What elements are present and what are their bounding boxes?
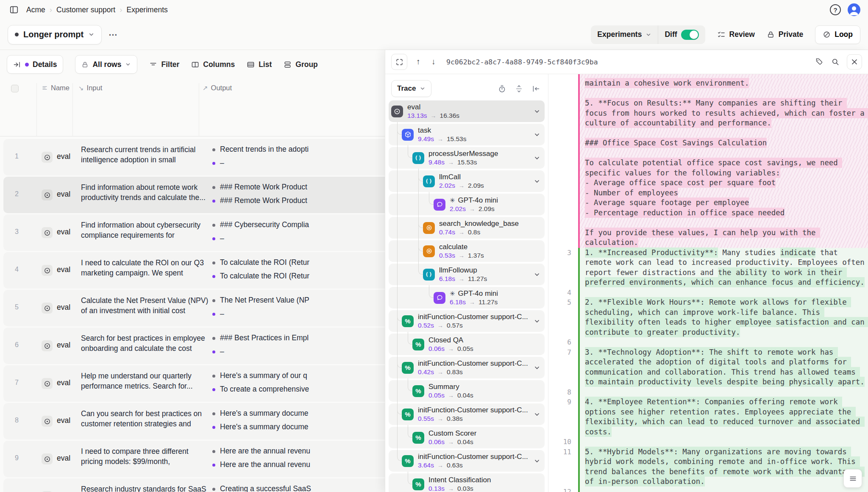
expand-all-icon[interactable] (513, 83, 524, 94)
chevron-down-icon (88, 31, 95, 38)
select-all-checkbox[interactable] (11, 85, 19, 92)
trace-span-row[interactable]: task9.49s→15.53s (389, 124, 545, 145)
row-number: 7 (8, 379, 19, 386)
trace-span-row[interactable]: ✳GPT-4o mini6.18s→11.27s (389, 287, 545, 309)
row-name: eval (57, 228, 70, 236)
sidebar-toggle-icon[interactable] (8, 3, 20, 16)
chevron-down-icon[interactable] (534, 131, 540, 138)
trace-span-row[interactable]: calculate0.53s→1.37s (389, 240, 545, 262)
avatar[interactable] (848, 3, 860, 16)
chevron-down-icon[interactable] (534, 155, 540, 161)
chevron-right-icon: › (120, 5, 122, 14)
span-end-duration: 16.36s (440, 112, 460, 120)
next-row-icon[interactable]: ↓ (427, 55, 440, 69)
rows-filter-dropdown[interactable]: All rows (75, 55, 137, 74)
columns-icon (191, 61, 199, 69)
trace-span-row[interactable]: %initFunction-Customer support-C...0.42s… (389, 357, 545, 378)
trace-span-row[interactable]: ()llmCall2.02s→2.09s (389, 170, 545, 192)
open-logs-icon[interactable] (843, 469, 862, 488)
chevron-down-icon (420, 86, 426, 92)
tree-elbow-line (397, 402, 402, 414)
tool-icon (423, 222, 435, 234)
filter-button[interactable]: Filter (149, 60, 179, 69)
tag-icon[interactable] (812, 55, 826, 69)
private-button[interactable]: Private (767, 30, 803, 39)
list-button[interactable]: List (247, 60, 272, 69)
column-header-input[interactable]: ↘ Input (78, 84, 102, 92)
diff-line-number: 10 (548, 437, 578, 447)
trace-span-row[interactable]: %initFunction-Customer support-C...0.55s… (389, 403, 545, 425)
trace-span-row[interactable]: %Intent Classification0.13s→0.03s (389, 473, 545, 492)
trace-span-row[interactable]: %initFunction-Customer support-C...0.52s… (389, 310, 545, 332)
eval-icon (42, 303, 53, 314)
timing-icon[interactable] (496, 83, 507, 94)
trace-span-row[interactable]: ()llmFollowup6.18s→11.27s (389, 264, 545, 285)
column-header-output[interactable]: ↗ Output (203, 84, 232, 92)
details-button[interactable]: Details (7, 55, 63, 74)
trace-span-row[interactable]: ✳GPT-4o mini2.02s→2.09s (389, 194, 545, 215)
span-timing: 0.42s→0.83s (418, 368, 528, 376)
span-timing: 9.49s→15.53s (418, 135, 466, 143)
trace-span-row[interactable]: eval13.13s→16.36s (389, 100, 545, 122)
trace-span-row[interactable]: search_knowledge_base0.74s→0.8s (389, 217, 545, 239)
chevron-down-icon[interactable] (534, 318, 540, 325)
trace-span-row[interactable]: %Closed QA0.06s→0.05s (389, 334, 545, 355)
diff-text: - Number of employees (580, 188, 868, 198)
breadcrumb-section[interactable]: Experiments (126, 6, 167, 14)
trace-view-dropdown[interactable]: Trace (391, 80, 431, 97)
search-icon[interactable] (828, 55, 843, 69)
diff-line-number (548, 188, 578, 198)
diff-line-number (548, 89, 578, 99)
row-number: 9 (8, 454, 19, 462)
breadcrumb-org[interactable]: Acme (26, 6, 45, 14)
chevron-down-icon[interactable] (534, 364, 540, 371)
span-info: ✳GPT-4o mini6.18s→11.27s (450, 289, 498, 306)
output-bullet-icon (212, 299, 215, 302)
review-button[interactable]: Review (717, 30, 755, 39)
span-info: llmFollowup6.18s→11.27s (439, 266, 487, 283)
more-options-icon[interactable]: ⋯ (108, 30, 118, 40)
trace-span-row[interactable]: ()processUserMessage9.48s→15.53s (389, 147, 545, 169)
collapse-panel-icon[interactable] (530, 83, 541, 94)
loop-button[interactable]: Loop (815, 25, 860, 44)
help-icon[interactable]: ? (830, 4, 841, 15)
trace-span-row[interactable]: %Custom Scorer0.06s→0.04s (389, 427, 545, 448)
chevron-down-icon[interactable] (534, 458, 540, 464)
column-header-name[interactable]: Name (42, 84, 70, 92)
tree-elbow-line (418, 169, 423, 181)
diff-text: 2. **Flexible Work Hours**: Remote work … (580, 297, 868, 337)
columns-button[interactable]: Columns (191, 60, 235, 69)
trace-span-row[interactable]: %Summary0.05s→0.04s (389, 380, 545, 402)
column-header-label: Input (87, 84, 103, 92)
row-input-cell: Research industry standards for SaaS (81, 484, 210, 492)
previous-row-icon[interactable]: ↑ (412, 55, 425, 69)
experiment-selector[interactable]: Longer prompt (8, 25, 102, 44)
list-icon (247, 61, 255, 69)
breadcrumb-project[interactable]: Customer support (56, 6, 115, 14)
close-icon[interactable] (847, 54, 862, 69)
tree-guide-line (418, 192, 419, 215)
chevron-down-icon[interactable] (534, 108, 540, 115)
expand-trace-icon[interactable] (391, 54, 407, 70)
view-selector-dropdown[interactable]: Experiments (591, 25, 658, 44)
diff-text (580, 218, 868, 228)
row-name: eval (57, 303, 70, 312)
diff-text: 1. **Increased Productivity**: Many stud… (580, 248, 868, 288)
chevron-down-icon[interactable] (534, 271, 540, 278)
span-timing: 0.52s→0.57s (418, 322, 528, 329)
tree-guide-line (397, 262, 398, 285)
diff-text: - Percentage reduction in office space n… (580, 208, 868, 218)
chevron-down-icon[interactable] (534, 178, 540, 185)
diff-removed-line: - Average office space cost per square f… (548, 178, 868, 188)
output-bullet-icon (212, 488, 215, 491)
output-diff-viewer: maintain a cohesive work environment.5. … (548, 74, 868, 492)
output-line: Creating a successful SaaS (212, 484, 311, 492)
trace-span-row[interactable]: %initFunction-Customer support-C...3.64s… (389, 450, 545, 472)
diff-added-line: 115. **Hybrid Models**: Many organizatio… (548, 447, 868, 487)
chevron-down-icon[interactable] (534, 411, 540, 418)
span-duration: 2.02s (439, 182, 455, 189)
group-button[interactable]: Group (284, 60, 318, 69)
diff-toggle[interactable] (681, 30, 699, 40)
span-info: ✳GPT-4o mini2.02s→2.09s (450, 196, 498, 213)
llm-icon (434, 199, 445, 211)
